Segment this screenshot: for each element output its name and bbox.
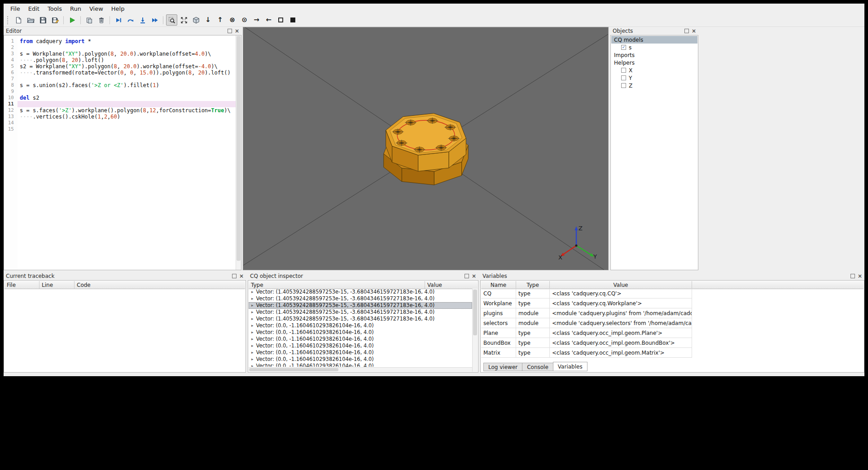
tab-variables[interactable]: Variables xyxy=(553,362,587,371)
code-line[interactable] xyxy=(18,44,236,51)
code-line[interactable]: s = s.union(s2).faces('>Z or <Z').fillet… xyxy=(18,82,236,88)
delete-object-button[interactable] xyxy=(96,14,107,26)
view-back-button[interactable]: ⊙ xyxy=(239,14,250,26)
step-next-button[interactable] xyxy=(125,14,136,26)
traceback-col-code[interactable]: Code xyxy=(75,281,245,289)
checkbox-s[interactable]: ✓ xyxy=(621,45,626,50)
inspector-close-button[interactable] xyxy=(472,274,476,278)
code-line[interactable]: from cadquery import * xyxy=(18,38,236,44)
continue-button[interactable] xyxy=(149,14,160,26)
wireframe-button[interactable] xyxy=(275,14,286,26)
tree-item-x[interactable]: X xyxy=(611,66,697,74)
code-line[interactable]: s2 = Workplane("XY").polygon(8, 20.0).wo… xyxy=(18,63,236,70)
checkbox-x[interactable] xyxy=(621,68,626,73)
variable-row[interactable]: Planetype<class 'cadquery.occ_impl.geom.… xyxy=(481,328,692,338)
traceback-close-button[interactable] xyxy=(239,274,244,278)
inspector-row[interactable]: Vector: (0.0, -1.1604610293826104e-16, 4… xyxy=(249,349,472,356)
zoom-select-button[interactable] xyxy=(166,14,177,26)
inspector-row[interactable]: Vector: (1.4053924288597253e-15, -3.6804… xyxy=(249,316,472,322)
shaded-button[interactable] xyxy=(287,14,298,26)
render-button[interactable] xyxy=(66,14,78,26)
traceback-col-line[interactable]: Line xyxy=(39,281,75,289)
inspector-row[interactable]: Vector: (0.0, -1.1604610293826104e-16, 4… xyxy=(249,336,472,343)
tree-item-y[interactable]: Y xyxy=(611,74,697,82)
variables-col-type[interactable]: Type xyxy=(516,281,550,289)
editor-scrollbar[interactable] xyxy=(236,35,241,270)
open-file-button[interactable] xyxy=(25,14,36,26)
step-button[interactable] xyxy=(113,14,124,26)
code-line[interactable]: ····.vertices().cskHole(1,2,60) xyxy=(18,114,236,120)
viewport-canvas[interactable]: XYZ xyxy=(243,27,608,270)
menu-tools[interactable]: Tools xyxy=(44,4,66,13)
code-line[interactable]: s = s.faces('>Z').workplane().polygon(8,… xyxy=(18,107,236,114)
inspector-row[interactable]: Vector: (1.4053924288597253e-15, -3.6804… xyxy=(249,289,472,295)
editor-float-button[interactable] xyxy=(228,29,232,33)
inspector-row[interactable]: Vector: (1.4053924288597253e-15, -3.6804… xyxy=(249,295,472,302)
inspector-vscrollbar[interactable] xyxy=(472,289,478,372)
inspector-col-value[interactable]: Value xyxy=(425,281,478,289)
checkbox-z[interactable] xyxy=(621,83,626,88)
view-left-button[interactable]: ← xyxy=(263,14,274,26)
inspector-float-button[interactable] xyxy=(465,274,469,278)
menu-run[interactable]: Run xyxy=(66,4,85,13)
inspector-row[interactable]: Vector: (0.0, -1.1604610293826104e-16, 4… xyxy=(249,363,472,367)
code-line[interactable] xyxy=(18,76,236,82)
editor-close-button[interactable] xyxy=(235,29,239,33)
tree-item-cq-models[interactable]: CQ models xyxy=(611,36,697,44)
inspector-row[interactable]: Vector: (0.0, -1.1604610293826104e-16, 4… xyxy=(249,322,472,329)
variables-close-button[interactable] xyxy=(858,274,862,278)
tree-item-helpers[interactable]: Helpers xyxy=(611,59,697,66)
inspector-row[interactable]: Vector: (1.4053924288597253e-15, -3.6804… xyxy=(249,302,472,309)
save-as-button[interactable] xyxy=(49,14,61,26)
code-line[interactable] xyxy=(18,88,236,95)
tab-console[interactable]: Console xyxy=(522,363,553,371)
variable-row[interactable]: selectorsmodule<module 'cadquery.selecto… xyxy=(481,318,692,328)
objects-close-button[interactable] xyxy=(692,29,696,33)
variables-col-value[interactable]: Value xyxy=(550,281,692,289)
tab-log-viewer[interactable]: Log viewer xyxy=(483,363,522,371)
view-front-button[interactable]: ⊗ xyxy=(227,14,238,26)
menu-help[interactable]: Help xyxy=(107,4,129,13)
variable-row[interactable]: Matrixtype<class 'cadquery.occ_impl.geom… xyxy=(481,348,692,358)
view-top-button[interactable]: ↓ xyxy=(202,14,214,26)
variables-float-button[interactable] xyxy=(850,274,855,278)
fit-view-button[interactable] xyxy=(178,14,189,26)
menu-edit[interactable]: Edit xyxy=(24,4,44,13)
view-bottom-button[interactable]: ↑ xyxy=(215,14,226,26)
menu-view[interactable]: View xyxy=(85,4,107,13)
checkbox-y[interactable] xyxy=(621,75,626,80)
variable-row[interactable]: BoundBoxtype<class 'cadquery.occ_impl.ge… xyxy=(481,338,692,348)
code-line[interactable]: s = Workplane("XY").polygon(8, 20.0).wor… xyxy=(18,51,236,57)
tree-item-imports[interactable]: Imports xyxy=(611,51,697,59)
inspector-row[interactable]: Vector: (0.0, -1.1604610293826104e-16, 4… xyxy=(249,356,472,363)
view-right-button[interactable]: → xyxy=(251,14,262,26)
traceback-float-button[interactable] xyxy=(232,274,237,278)
new-file-button[interactable] xyxy=(13,14,24,26)
inspector-row[interactable]: Vector: (0.0, -1.1604610293826104e-16, 4… xyxy=(249,329,472,336)
toolbar-handle[interactable] xyxy=(7,16,10,24)
code-line[interactable] xyxy=(18,120,236,126)
inspector-col-type[interactable]: Type xyxy=(249,281,425,289)
code-line[interactable] xyxy=(18,126,236,132)
variable-row[interactable]: pluginsmodule<module 'cadquery.plugins' … xyxy=(481,308,692,318)
code-line[interactable]: ····.transformed(rotate=Vector(0, 0, 15.… xyxy=(18,70,236,76)
variables-col-name[interactable]: Name xyxy=(481,281,516,289)
iso-view-button[interactable] xyxy=(190,14,202,26)
variable-row[interactable]: CQtype<class 'cadquery.cq.CQ'> xyxy=(481,289,692,299)
editor-scrollbar-thumb[interactable] xyxy=(237,36,241,261)
inspector-hscrollbar-thumb[interactable] xyxy=(249,368,338,371)
code-line[interactable] xyxy=(18,101,236,107)
save-button[interactable] xyxy=(37,14,48,26)
inspector-hscrollbar[interactable] xyxy=(249,367,472,372)
step-in-button[interactable] xyxy=(137,14,148,26)
tree-item-s[interactable]: ✓s xyxy=(611,44,697,51)
code-line[interactable]: del s2 xyxy=(18,95,236,101)
code-line[interactable]: ····.polygon(8, 20).loft() xyxy=(18,57,236,63)
inspector-vscrollbar-thumb[interactable] xyxy=(473,290,477,335)
traceback-col-file[interactable]: File xyxy=(4,281,39,289)
menu-file[interactable]: File xyxy=(6,4,24,13)
inspector-row[interactable]: Vector: (1.4053924288597253e-15, -3.6804… xyxy=(249,309,472,316)
editor-code[interactable]: from cadquery import *s = Workplane("XY"… xyxy=(18,35,236,270)
variable-row[interactable]: Workplanetype<class 'cadquery.cq.Workpla… xyxy=(481,299,692,308)
objects-float-button[interactable] xyxy=(684,29,689,33)
